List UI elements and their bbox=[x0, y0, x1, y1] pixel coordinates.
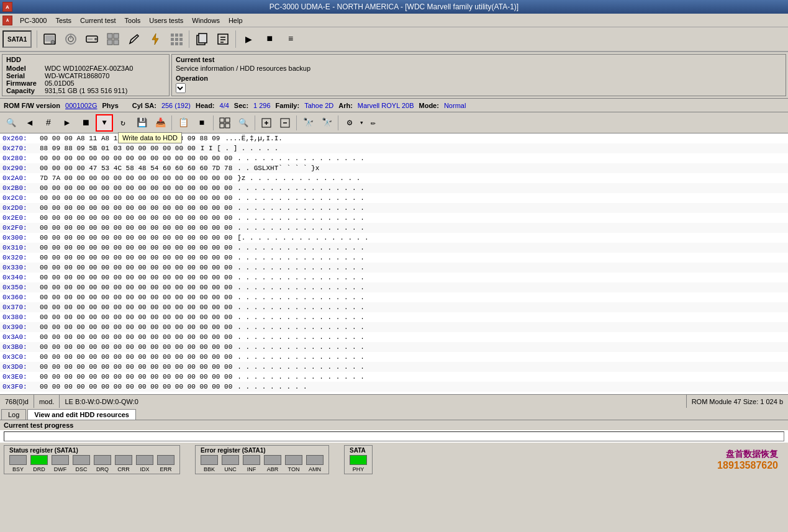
play-button[interactable]: ▶ bbox=[238, 29, 258, 49]
progress-title: Current test progress bbox=[0, 420, 788, 430]
grid-button[interactable] bbox=[166, 29, 186, 49]
hex-addr: 0x3B0: bbox=[2, 343, 40, 351]
hex-addr: 0x360: bbox=[2, 294, 40, 301]
nav-end-button[interactable]: ⏹ bbox=[77, 114, 94, 132]
hex-row: 0x270:88 09 88 09 5B 01 03 00 00 00 00 0… bbox=[0, 143, 788, 153]
hex-addr: 0x340: bbox=[2, 274, 40, 281]
hex-toolbar: 🔍 ◀ # ▶ ⏹ ▼ ↻ 💾 📥 📋 ■ 🔍 🔭 🔭 ⚙ ▾ ✏ Write … bbox=[0, 112, 788, 133]
led-sata-phy bbox=[350, 455, 367, 465]
led-label-dwf: DWF bbox=[54, 466, 67, 472]
reg-item-bbk: BBK bbox=[201, 455, 218, 472]
hex-row: 0x3A0:00 00 00 00 00 00 00 00 00 00 00 0… bbox=[0, 332, 788, 342]
svg-point-2 bbox=[51, 40, 55, 44]
svg-rect-34 bbox=[225, 124, 230, 128]
menu-item-windows[interactable]: Windows bbox=[188, 16, 224, 25]
svg-point-7 bbox=[94, 38, 97, 40]
hdd-button[interactable] bbox=[82, 29, 102, 49]
toolbar2-sep3 bbox=[255, 115, 255, 130]
hex-row: 0x290:00 00 00 00 47 53 4C 58 48 54 60 6… bbox=[0, 163, 788, 173]
import-button[interactable] bbox=[276, 114, 294, 132]
hex-addr: 0x380: bbox=[2, 313, 40, 321]
hex-bytes: 00 00 00 00 47 53 4C 58 48 54 60 60 60 6… bbox=[40, 165, 232, 172]
hex-addr: 0x3F0: bbox=[2, 383, 40, 390]
drive-info-button[interactable] bbox=[40, 29, 60, 49]
nav-next-button[interactable]: ▶ bbox=[58, 114, 76, 132]
binoculars2-button[interactable]: 🔭 bbox=[318, 114, 335, 132]
toolbar2-sep5 bbox=[338, 115, 338, 130]
hash-button[interactable]: # bbox=[40, 114, 57, 132]
svg-rect-10 bbox=[114, 34, 119, 38]
svg-rect-26 bbox=[199, 34, 207, 43]
led-label-drd: DRD bbox=[33, 466, 45, 472]
svg-rect-9 bbox=[107, 34, 112, 38]
menu-item-tests[interactable]: Tests bbox=[52, 16, 75, 25]
menu-item-currenttest[interactable]: Current test bbox=[76, 16, 119, 25]
svg-rect-19 bbox=[171, 38, 174, 41]
hex-ascii: . . . . . . . . . . . . . . . . bbox=[237, 294, 786, 301]
sata-register-items: PHY bbox=[350, 455, 367, 472]
find-button[interactable]: 🔍 bbox=[2, 114, 20, 132]
config-button[interactable]: ⚙ bbox=[341, 114, 358, 132]
led-label-ton: TON bbox=[288, 466, 300, 472]
copy-button[interactable] bbox=[192, 29, 212, 49]
hex-bytes: 00 00 00 00 00 00 00 00 00 00 00 00 00 0… bbox=[40, 264, 232, 271]
list-button[interactable]: ≡ bbox=[281, 29, 301, 49]
flash-button[interactable] bbox=[145, 29, 165, 49]
rom-fw-value[interactable]: 0001002G bbox=[65, 102, 97, 109]
led-label-abr: ABR bbox=[267, 466, 279, 472]
edit-button[interactable]: ✏ bbox=[365, 114, 382, 132]
hex-ascii: . . . . . . . . . . . . . . . . bbox=[237, 214, 786, 222]
led-label-drq: DRQ bbox=[96, 466, 109, 472]
hdd-title: HDD bbox=[6, 56, 165, 63]
stop-button[interactable]: ■ bbox=[260, 29, 279, 49]
hex-row: 0x2B0:00 00 00 00 00 00 00 00 00 00 00 0… bbox=[0, 183, 788, 193]
sata1-button[interactable]: SATA1 bbox=[2, 30, 32, 48]
hex-row: 0x360:00 00 00 00 00 00 00 00 00 00 00 0… bbox=[0, 292, 788, 302]
reg-item-amn: AMN bbox=[306, 455, 324, 472]
phys-label: Phys bbox=[102, 102, 118, 109]
tab-hdd-resources[interactable]: View and edit HDD resources bbox=[27, 409, 136, 420]
binoculars-button[interactable]: 🔭 bbox=[299, 114, 317, 132]
hex-row: 0x3B0:00 00 00 00 00 00 00 00 00 00 00 0… bbox=[0, 342, 788, 352]
copy2-button[interactable]: 📋 bbox=[174, 114, 192, 132]
sectors-button[interactable] bbox=[103, 29, 123, 49]
pencil-button[interactable] bbox=[124, 29, 144, 49]
hex-bytes: 00 00 00 00 00 00 00 00 00 00 00 00 00 0… bbox=[40, 304, 232, 311]
led-label-bsy: BSY bbox=[12, 466, 24, 472]
hex-ascii: [. . . . . . . . . . . . . . . . bbox=[237, 234, 786, 241]
paste-button[interactable] bbox=[213, 29, 233, 49]
hex-bytes: 7D 7A 00 00 00 00 00 00 00 00 00 00 00 0… bbox=[40, 174, 232, 182]
reg-item-inf: INF bbox=[243, 455, 260, 472]
write-button[interactable]: ▼ bbox=[96, 114, 113, 132]
hdd-panel: HDD Model WDC WD1002FAEX-00Z3A0 Serial W… bbox=[2, 54, 170, 96]
save-button[interactable]: 💾 bbox=[133, 114, 150, 132]
fill-button[interactable]: ■ bbox=[193, 114, 211, 132]
hex-row: 0x390:00 00 00 00 00 00 00 00 00 00 00 0… bbox=[0, 322, 788, 332]
reg-item-abr: ABR bbox=[264, 455, 281, 472]
svg-rect-21 bbox=[179, 38, 183, 41]
export-button[interactable] bbox=[258, 114, 275, 132]
led-dsc bbox=[73, 455, 90, 465]
menu-item-tools[interactable]: Tools bbox=[121, 16, 145, 25]
refresh-button[interactable]: ↻ bbox=[114, 114, 132, 132]
hex-addr: 0x3C0: bbox=[2, 353, 40, 361]
menu-item-usertests[interactable]: Users tests bbox=[145, 16, 187, 25]
operation-dropdown[interactable] bbox=[176, 83, 186, 93]
hex-bytes: 00 00 00 00 00 00 00 00 00 00 00 00 00 0… bbox=[40, 343, 232, 351]
hex-bytes: 00 00 00 00 00 00 00 00 00 00 00 00 00 0… bbox=[40, 313, 232, 321]
hex-ascii: . . . . . . . . . . . . . . . . bbox=[237, 333, 786, 341]
grid2-button[interactable] bbox=[216, 114, 233, 132]
hex-bytes: 00 00 00 00 00 00 00 00 00 00 00 00 00 0… bbox=[40, 333, 232, 341]
led-unc bbox=[222, 455, 239, 465]
tab-log[interactable]: Log bbox=[1, 409, 26, 420]
save-as-button[interactable]: 📥 bbox=[152, 114, 169, 132]
hex-bytes: 00 00 00 00 00 00 00 00 00 00 00 00 00 0… bbox=[40, 323, 232, 331]
scan-button[interactable] bbox=[61, 29, 81, 49]
hex-row: 0x380:00 00 00 00 00 00 00 00 00 00 00 0… bbox=[0, 312, 788, 322]
hex-ascii: . . . . . . . . . . . . . . . . bbox=[237, 313, 786, 321]
menu-item-pc3000[interactable]: PC-3000 bbox=[16, 16, 50, 25]
hex-addr: 0x290: bbox=[2, 165, 40, 172]
search2-button[interactable]: 🔍 bbox=[235, 114, 252, 132]
nav-prev-button[interactable]: ◀ bbox=[21, 114, 38, 132]
menu-item-help[interactable]: Help bbox=[225, 16, 247, 25]
